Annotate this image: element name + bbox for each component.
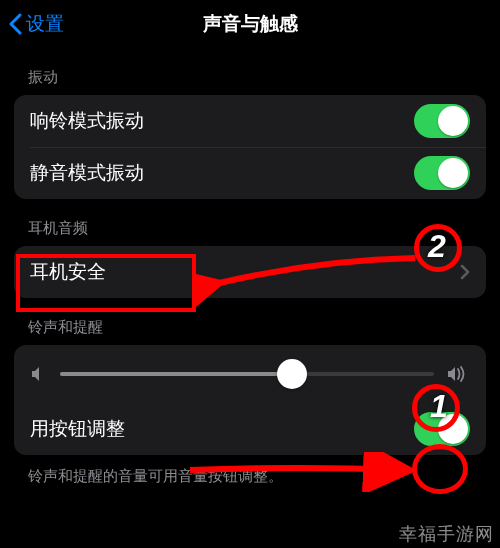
- row-button-adjust[interactable]: 用按钮调整: [14, 403, 486, 455]
- row-label: 用按钮调整: [30, 416, 125, 442]
- row-silent-vibrate[interactable]: 静音模式振动: [14, 147, 486, 199]
- volume-low-icon: [30, 365, 48, 383]
- footer-note-ringer: 铃声和提醒的音量可用音量按钮调整。: [0, 455, 500, 486]
- watermark: 幸福手游网: [399, 522, 494, 546]
- chevron-left-icon: [8, 13, 22, 35]
- page-title: 声音与触感: [0, 11, 500, 37]
- toggle-silent-vibrate[interactable]: [414, 156, 470, 190]
- section-header-headphone: 耳机音频: [0, 199, 500, 246]
- row-headphone-safety[interactable]: 耳机安全: [14, 246, 486, 298]
- group-vibration: 响铃模式振动 静音模式振动: [14, 95, 486, 199]
- row-label: 耳机安全: [30, 259, 106, 285]
- row-label: 响铃模式振动: [30, 108, 144, 134]
- group-ringer: 用按钮调整: [14, 345, 486, 455]
- row-ringer-slider: [14, 345, 486, 403]
- chevron-right-icon: [460, 264, 470, 280]
- ringer-volume-slider[interactable]: [60, 359, 434, 389]
- row-ring-vibrate[interactable]: 响铃模式振动: [14, 95, 486, 147]
- group-headphone: 耳机安全: [14, 246, 486, 298]
- nav-back-label: 设置: [26, 11, 64, 37]
- row-label: 静音模式振动: [30, 160, 144, 186]
- volume-high-icon: [446, 365, 470, 383]
- section-header-ringer: 铃声和提醒: [0, 298, 500, 345]
- section-header-vibration: 振动: [0, 48, 500, 95]
- nav-back-button[interactable]: 设置: [0, 11, 64, 37]
- toggle-button-adjust[interactable]: [414, 412, 470, 446]
- toggle-ring-vibrate[interactable]: [414, 104, 470, 138]
